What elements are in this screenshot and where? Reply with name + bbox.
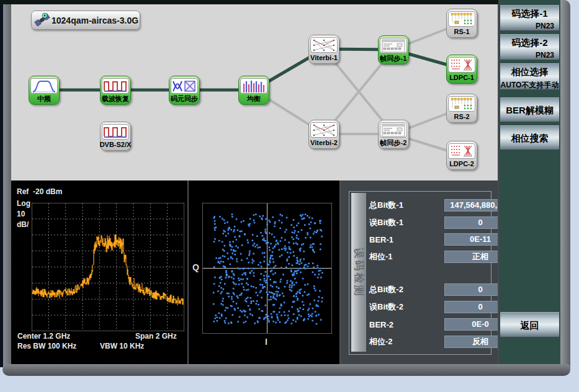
- ldpc-decoder-icon: [448, 143, 475, 159]
- code-select-2-value: PN23: [500, 51, 559, 60]
- if-spectrum-icon: [30, 78, 58, 94]
- node-label: Viterbi-1: [310, 53, 338, 63]
- spectrum-plot: [32, 203, 184, 331]
- node-label: LDPC-2: [449, 159, 474, 169]
- demod-flow-canvas: 1024qam-aircas-3.0G 中频 载波恢复 DVB-S2/X: [11, 4, 498, 182]
- node-viterbi-1[interactable]: Viterbi-1: [308, 35, 339, 64]
- node-dvb-s2x[interactable]: DVB-S2/X: [100, 122, 131, 151]
- window-frame-right: [560, 0, 570, 372]
- equalizer-bars-icon: [240, 78, 267, 94]
- q-axis-label: Q: [192, 262, 199, 272]
- node-rs-2[interactable]: RS-2: [446, 94, 477, 123]
- node-ldpc-1[interactable]: LDPC-1: [446, 55, 477, 84]
- scale-label-10: 10: [17, 210, 25, 218]
- node-symbol-sync[interactable]: 码元同步: [169, 76, 200, 105]
- window-frame-left: [3, 3, 11, 366]
- satellite-icon: [34, 11, 50, 30]
- span-label: Span 2 GHz: [135, 332, 177, 341]
- ref-level-label: Ref -20 dBm: [17, 187, 62, 196]
- code-select-2-button[interactable]: 码选择-2 PN23: [500, 34, 559, 60]
- trellis-icon: [310, 37, 338, 53]
- node-if[interactable]: 中频: [29, 76, 60, 105]
- eye-diagram-icon: [171, 78, 198, 94]
- scale-label-db: dB/: [17, 220, 29, 229]
- node-label: 均衡: [247, 94, 261, 104]
- node-carrier-recovery[interactable]: 载波恢复: [100, 76, 131, 105]
- node-ldpc-2[interactable]: LDPC-2: [446, 141, 477, 170]
- node-label: Viterbi-2: [310, 138, 338, 148]
- sidebar: 码选择-1 PN23 码选择-2 PN23 相位选择 AUTO不支持手动 BER…: [498, 0, 560, 364]
- scale-label-log: Log: [17, 199, 30, 208]
- node-label: 帧同步-1: [380, 53, 407, 64]
- ber-deambiguity-button[interactable]: BER解模糊: [500, 97, 559, 122]
- window-top-edge: [0, 0, 498, 4]
- app-window: 1024qam-aircas-3.0G 中频 载波恢复 DVB-S2/X: [0, 0, 579, 392]
- signal-source-button[interactable]: 1024qam-aircas-3.0G: [31, 11, 140, 30]
- frame-window-icon: [380, 38, 407, 53]
- square-wave-icon: [102, 78, 129, 94]
- ber-check-tab: 误码检测: [351, 193, 366, 352]
- node-equalizer[interactable]: 均衡: [238, 76, 269, 105]
- ldpc-decoder-icon: [448, 57, 475, 73]
- phase-select-button[interactable]: 相位选择 AUTO不支持手动: [500, 63, 559, 90]
- code-select-1-value: PN23: [500, 22, 559, 30]
- back-button[interactable]: 返回: [500, 312, 559, 337]
- frame-window-icon: [380, 122, 407, 138]
- node-frame-sync-1[interactable]: 帧同步-1: [378, 35, 409, 65]
- constellation-display: Q I: [187, 180, 341, 364]
- node-label: 中频: [37, 94, 51, 104]
- i-axis-label: I: [265, 337, 267, 347]
- signal-source-label: 1024qam-aircas-3.0G: [52, 16, 138, 25]
- node-label: RS-2: [454, 112, 469, 122]
- node-label: LDPC-1: [449, 73, 474, 83]
- rs-decoder-icon: [448, 96, 475, 112]
- node-label: RS-1: [454, 27, 469, 37]
- vbw-label: VBW 10 KHz: [100, 342, 144, 350]
- square-wave-icon: [102, 124, 129, 140]
- constellation-plot: [202, 203, 332, 334]
- node-label: 载波恢复: [102, 94, 129, 104]
- node-label: 帧同步-2: [380, 138, 407, 148]
- node-label: DVB-S2/X: [100, 140, 132, 150]
- spectrum-display: Ref -20 dBm Log 10 dB/ Center 1.2 GHz Sp…: [11, 180, 187, 364]
- node-viterbi-2[interactable]: Viterbi-2: [308, 120, 339, 149]
- rs-decoder-icon: [448, 11, 475, 27]
- ber-panel: 误码检测 总Bit数-1147,564,880,320 误Bit数-10 BER…: [339, 180, 498, 364]
- node-frame-sync-2[interactable]: 帧同步-2: [378, 120, 409, 149]
- center-freq-label: Center 1.2 GHz: [17, 332, 70, 341]
- phase-select-value: AUTO不支持手动: [500, 80, 559, 91]
- trellis-icon: [310, 122, 338, 138]
- node-rs-1[interactable]: RS-1: [446, 9, 477, 38]
- phase-search-button[interactable]: 相位搜索: [500, 125, 559, 150]
- window-frame-bottom: [2, 364, 570, 376]
- rbw-label: Res BW 100 KHz: [17, 342, 76, 350]
- code-select-1-button[interactable]: 码选择-1 PN23: [500, 5, 559, 31]
- node-label: 码元同步: [171, 94, 198, 104]
